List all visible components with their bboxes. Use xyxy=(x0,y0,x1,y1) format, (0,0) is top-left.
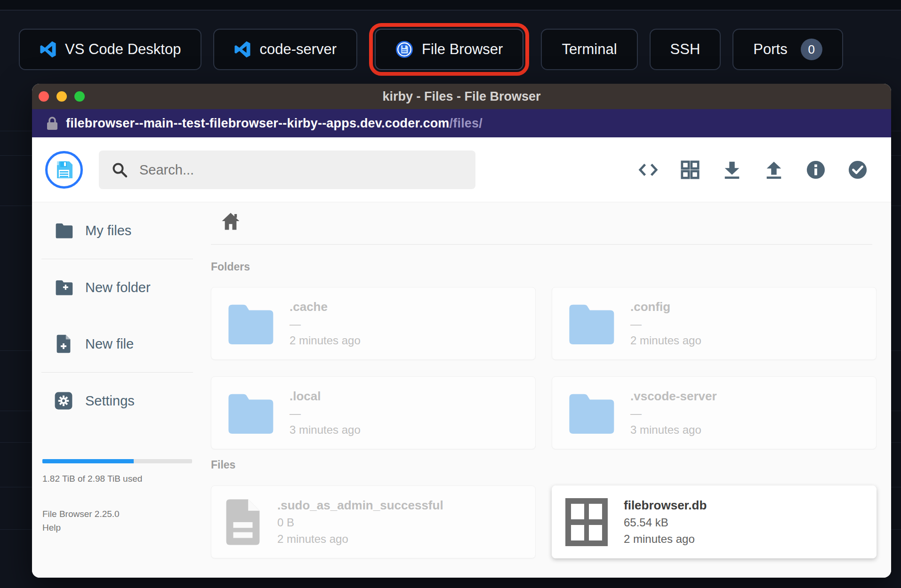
sidebar-item-new-folder[interactable]: New folder xyxy=(32,259,193,316)
vscode-icon xyxy=(234,41,251,58)
lock-icon xyxy=(46,116,58,130)
grid-view-icon[interactable] xyxy=(680,160,700,180)
vscode-icon xyxy=(40,41,56,58)
tab-code-server[interactable]: code-server xyxy=(213,29,357,70)
top-strip xyxy=(0,0,901,10)
file-card-sudo-as-admin-successful[interactable]: .sudo_as_admin_successful 0 B 2 minutes … xyxy=(211,485,536,558)
folder-card-config[interactable]: .config — 2 minutes ago xyxy=(552,287,877,360)
ports-count-badge: 0 xyxy=(801,39,822,60)
search-icon xyxy=(111,161,128,178)
app-version-label: File Browser 2.25.0 xyxy=(42,507,120,521)
url-domain: filebrowser--main--test-filebrowser--kir… xyxy=(66,116,450,130)
search-input[interactable] xyxy=(139,162,463,178)
tab-label: SSH xyxy=(670,41,700,58)
tab-label: Ports xyxy=(753,41,787,58)
search-bar[interactable] xyxy=(99,151,475,189)
storage-usage-label: 1.82 TiB of 2.98 TiB used xyxy=(42,474,193,484)
sidebar-item-label: My files xyxy=(85,223,131,238)
item-name: .sudo_as_admin_successful xyxy=(277,498,443,513)
item-size: 65.54 kB xyxy=(624,516,707,529)
download-icon[interactable] xyxy=(722,160,742,180)
sidebar-item-label: New folder xyxy=(85,280,151,295)
section-heading-files: Files xyxy=(211,459,235,471)
url-text: filebrowser--main--test-filebrowser--kir… xyxy=(66,116,483,131)
item-modified: 3 minutes ago xyxy=(290,423,361,437)
item-name: .local xyxy=(290,389,361,404)
help-link[interactable]: Help xyxy=(42,521,120,534)
item-name: .vscode-server xyxy=(630,389,717,404)
storage-progress-fill xyxy=(42,459,134,463)
folder-card-local[interactable]: .local — 3 minutes ago xyxy=(211,376,536,449)
sidebar-item-my-files[interactable]: My files xyxy=(32,202,193,259)
upload-icon[interactable] xyxy=(764,160,784,180)
folder-icon xyxy=(224,302,274,345)
tab-file-browser[interactable]: File Browser xyxy=(375,29,523,70)
sidebar-item-new-file[interactable]: New file xyxy=(32,316,193,372)
folder-icon xyxy=(54,221,73,240)
item-modified: 2 minutes ago xyxy=(277,532,443,546)
gear-icon xyxy=(54,391,73,410)
database-grid-icon xyxy=(564,497,609,547)
folder-card-cache[interactable]: .cache — 2 minutes ago xyxy=(211,287,536,360)
item-name: .config xyxy=(630,300,701,314)
item-details: .cache — 2 minutes ago xyxy=(290,300,361,347)
window-title: kirby - Files - File Browser xyxy=(32,89,891,104)
filebrowser-header xyxy=(32,137,891,202)
item-details: .sudo_as_admin_successful 0 B 2 minutes … xyxy=(277,498,443,546)
filebrowser-icon xyxy=(395,40,413,58)
item-size: 0 B xyxy=(277,516,443,529)
check-circle-icon[interactable] xyxy=(848,160,868,180)
url-path: /files/ xyxy=(450,116,483,130)
folder-icon xyxy=(564,391,615,435)
tab-vscode-desktop[interactable]: VS Code Desktop xyxy=(19,29,201,70)
storage-usage: 1.82 TiB of 2.98 TiB used xyxy=(42,459,193,484)
item-modified: 2 minutes ago xyxy=(624,532,707,546)
info-icon[interactable] xyxy=(806,160,826,180)
folder-icon xyxy=(564,302,615,345)
item-details: filebrowser.db 65.54 kB 2 minutes ago xyxy=(624,498,707,546)
item-modified: 2 minutes ago xyxy=(630,334,701,347)
item-modified: 2 minutes ago xyxy=(290,334,361,347)
highlight-ring: File Browser xyxy=(369,23,529,76)
window-titlebar: kirby - Files - File Browser xyxy=(32,84,891,109)
code-icon[interactable] xyxy=(638,160,658,180)
section-heading-folders: Folders xyxy=(211,261,250,273)
breadcrumb-divider xyxy=(211,244,872,245)
folder-icon xyxy=(224,391,274,435)
tab-label: VS Code Desktop xyxy=(65,41,181,58)
file-listing: Folders .cache — 2 minutes ago .config xyxy=(193,202,891,578)
item-details: .config — 2 minutes ago xyxy=(630,300,701,347)
home-icon[interactable] xyxy=(220,211,241,231)
sidebar-footer: File Browser 2.25.0 Help xyxy=(42,507,120,535)
tab-label: code-server xyxy=(259,41,337,58)
item-modified: 3 minutes ago xyxy=(630,423,717,437)
item-name: filebrowser.db xyxy=(624,498,707,513)
item-details: .local — 3 minutes ago xyxy=(290,389,361,437)
browser-window: kirby - Files - File Browser filebrowser… xyxy=(32,84,891,578)
filebrowser-logo-icon[interactable] xyxy=(45,151,83,189)
url-bar[interactable]: filebrowser--main--test-filebrowser--kir… xyxy=(32,109,891,137)
file-plus-icon xyxy=(54,334,73,353)
sidebar-item-label: New file xyxy=(85,336,134,352)
folder-plus-icon xyxy=(54,278,73,297)
tab-label: File Browser xyxy=(422,41,503,58)
tab-ports[interactable]: Ports 0 xyxy=(732,29,843,70)
document-icon xyxy=(224,497,262,547)
desktop: VS Code Desktop code-server File Browser xyxy=(0,0,901,588)
item-details: .vscode-server — 3 minutes ago xyxy=(630,389,717,437)
file-card-filebrowser-db[interactable]: filebrowser.db 65.54 kB 2 minutes ago xyxy=(552,485,877,558)
sidebar-item-settings[interactable]: Settings xyxy=(32,373,193,429)
item-size: — xyxy=(630,407,717,420)
folder-card-vscode-server[interactable]: .vscode-server — 3 minutes ago xyxy=(552,376,877,449)
tab-terminal[interactable]: Terminal xyxy=(541,29,637,70)
tab-ssh[interactable]: SSH xyxy=(650,29,721,70)
tab-label: Terminal xyxy=(562,41,617,58)
item-size: — xyxy=(290,407,361,420)
storage-progress-track xyxy=(42,459,192,463)
sidebar-item-label: Settings xyxy=(85,393,135,409)
header-actions xyxy=(638,137,868,202)
item-size: — xyxy=(630,318,701,331)
item-name: .cache xyxy=(290,300,361,314)
sidebar: My files New folder New file xyxy=(32,202,193,578)
item-size: — xyxy=(290,318,361,331)
